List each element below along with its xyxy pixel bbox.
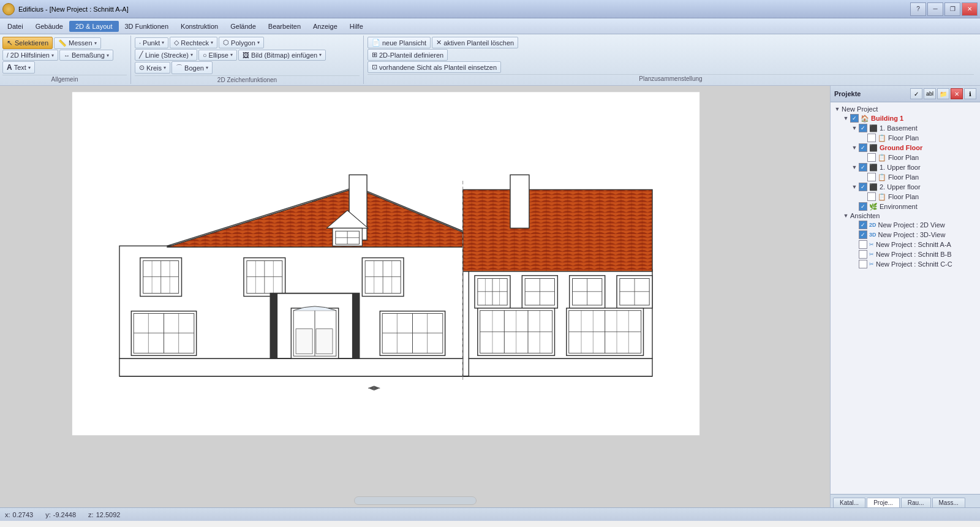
tree-item-schnitt-cc[interactable]: ✂ New Project : Schnitt C-C <box>850 259 978 269</box>
bemassung-button[interactable]: ↔ Bemaßung ▾ <box>59 50 113 61</box>
restore-button[interactable]: ❐ <box>944 2 960 16</box>
text-icon: A <box>7 63 12 72</box>
tree-checkbox[interactable]: ✓ <box>859 124 867 132</box>
cursor-icon: ↖ <box>7 39 13 47</box>
tree-item-upper2-fp[interactable]: 📋 Floor Plan <box>859 192 978 202</box>
tree-item-schnitt-bb[interactable]: ✂ New Project : Schnitt B-B <box>850 249 978 259</box>
tree-item-upper2[interactable]: ▼ ✓ ⬛ 2. Upper floor <box>850 182 978 192</box>
tree-item-schnitt-aa[interactable]: ✂ New Project : Schnitt A-A <box>850 240 978 249</box>
tree-checkbox[interactable] <box>859 260 867 268</box>
tree-checkbox[interactable]: ✓ <box>859 202 867 211</box>
panel-abl-button[interactable]: abl <box>924 88 936 99</box>
vorhandene-sicht-button[interactable]: ⊡ vorhandene Sicht als Planteil einsetze… <box>368 61 501 73</box>
tree-checkbox[interactable]: ✓ <box>850 114 859 123</box>
point-icon: · <box>139 39 141 47</box>
menubar: Datei Gebäude 2D & Layout 3D Funktionen … <box>0 18 980 34</box>
tab-raume[interactable]: Rau... <box>901 498 931 507</box>
svg-rect-16 <box>510 175 529 228</box>
menu-hilfe[interactable]: Hilfe <box>344 21 369 32</box>
tree-checkbox[interactable]: ✓ <box>859 183 867 191</box>
punkt-button[interactable]: · Punkt ▾ <box>135 37 168 48</box>
hilfslinien-arrow: ▾ <box>51 53 54 58</box>
planteil-loeschen-button[interactable]: ✕ aktiven Planteil löschen <box>432 37 518 48</box>
2d-planteil-button[interactable]: ⊞ 2D-Planteil definieren <box>368 49 448 61</box>
menu-3d-funktionen[interactable]: 3D Funktionen <box>119 21 175 32</box>
svg-rect-70 <box>296 329 312 354</box>
tree-checkbox[interactable] <box>867 173 876 181</box>
menu-gelaende[interactable]: Gelände <box>224 21 262 32</box>
panel-info-button[interactable]: ℹ <box>964 88 976 99</box>
tree-item-view-2d[interactable]: ✓ 2D New Project : 2D View <box>850 220 978 230</box>
canvas-area[interactable] <box>0 86 830 507</box>
tree-checkbox[interactable] <box>867 192 876 201</box>
tab-masse[interactable]: Mass... <box>932 498 965 507</box>
floor-icon: ⬛ <box>869 124 878 132</box>
minimize-button[interactable]: ─ <box>927 2 943 16</box>
tree-checkbox[interactable]: ✓ <box>859 221 867 229</box>
tree-label: New Project : 3D-View <box>878 231 946 238</box>
status-z: z: 12.5092 <box>88 511 120 518</box>
svg-rect-2 <box>119 358 463 376</box>
tree-label: New Project : 2D View <box>878 221 945 229</box>
selektieren-button[interactable]: ↖ Selektieren <box>2 37 53 49</box>
panel-check-button[interactable]: ✓ <box>910 88 922 99</box>
menu-konstruktion[interactable]: Konstruktion <box>175 21 224 32</box>
status-x: x: 0.2743 <box>5 511 33 518</box>
ellipse-icon: ○ <box>203 51 207 59</box>
tree-item-basement-fp[interactable]: 📋 Floor Plan <box>859 133 978 143</box>
x-value: 0.2743 <box>13 511 34 518</box>
menu-bearbeiten[interactable]: Bearbeiten <box>262 21 307 32</box>
horizontal-scrollbar[interactable] <box>354 496 477 505</box>
panel-delete-button[interactable]: ✕ <box>951 88 963 99</box>
tree-checkbox[interactable]: ✓ <box>859 163 867 172</box>
tree-label: Environment <box>880 203 918 210</box>
planzusammenstellung-label: Planzusammenstellung <box>368 74 974 83</box>
neue-plansicht-button[interactable]: 📄 neue Plansicht <box>368 37 431 48</box>
tree-toggle: ▼ <box>850 145 859 151</box>
tab-projekte[interactable]: Proje... <box>867 498 900 507</box>
tree-item-basement[interactable]: ▼ ✓ ⬛ 1. Basement <box>850 123 978 133</box>
close-button[interactable]: ✕ <box>962 2 978 16</box>
tree-checkbox[interactable] <box>867 134 876 142</box>
rect-icon: ◇ <box>174 39 179 47</box>
menu-anzeige[interactable]: Anzeige <box>307 21 344 32</box>
menu-datei[interactable]: Datei <box>1 21 29 32</box>
toolbar-plan-row1: 📄 neue Plansicht ✕ aktiven Planteil lösc… <box>368 37 974 48</box>
linie-button[interactable]: ╱ Linie (Strecke) ▾ <box>135 49 197 61</box>
arc-icon: ⌒ <box>176 63 183 72</box>
tree-item-environment[interactable]: ✓ 🌿 Environment <box>850 202 978 211</box>
tree-checkbox[interactable]: ✓ <box>859 143 867 152</box>
tree-checkbox[interactable]: ✓ <box>859 230 867 239</box>
y-label: y: <box>45 511 51 518</box>
tree-item-ansichten[interactable]: ▼ Ansichten <box>842 211 978 220</box>
kreis-button[interactable]: ⊙ Kreis ▾ <box>135 62 170 74</box>
tree-item-new-project[interactable]: ▼ New Project <box>833 105 978 113</box>
rechteck-button[interactable]: ◇ Rechteck ▾ <box>170 37 217 48</box>
titlebar-title: Edificius - [New Project : Schnitt A-A] <box>18 6 129 13</box>
tree-checkbox[interactable] <box>867 153 876 162</box>
ellipse-button[interactable]: ○ Ellipse ▾ <box>198 50 237 61</box>
polygon-button[interactable]: ⬡ Polygon ▾ <box>219 37 264 48</box>
bild-button[interactable]: 🖼 Bild (Bitmap) einfügen ▾ <box>238 50 326 61</box>
bogen-button[interactable]: ⌒ Bogen ▾ <box>172 61 213 74</box>
plan-icon: 📋 <box>878 193 886 201</box>
tree-item-view-3d[interactable]: ✓ 3D New Project : 3D-View <box>850 230 978 240</box>
menu-gebaeude[interactable]: Gebäude <box>29 21 69 32</box>
messen-button[interactable]: 📏 Messen ▾ <box>54 37 101 49</box>
help-button[interactable]: ? <box>910 2 926 16</box>
tree-checkbox[interactable] <box>859 250 867 259</box>
tree-item-building1[interactable]: ▼ ✓ 🏠 Building 1 <box>842 113 978 123</box>
tree-item-upper1-fp[interactable]: 📋 Floor Plan <box>859 172 978 182</box>
tree-item-upper1[interactable]: ▼ ✓ ⬛ 1. Upper floor <box>850 162 978 172</box>
tree-item-ground-fp[interactable]: 📋 Floor Plan <box>859 153 978 162</box>
menu-2d-layout[interactable]: 2D & Layout <box>69 21 119 32</box>
tree-checkbox[interactable] <box>859 240 867 249</box>
text-button[interactable]: A Text ▾ <box>2 61 35 74</box>
tree-item-ground-floor[interactable]: ▼ ✓ ⬛ Ground Floor <box>850 143 978 153</box>
panel-folder-button[interactable]: 📁 <box>937 88 949 99</box>
tree-label: New Project : Schnitt A-A <box>876 241 951 248</box>
floor-icon: ⬛ <box>869 144 878 152</box>
titlebar-left: Edificius - [New Project : Schnitt A-A] <box>2 3 129 15</box>
hilfslinien-button[interactable]: / 2D Hilfslinien ▾ <box>2 50 58 61</box>
tab-katalog[interactable]: Katal... <box>833 498 865 507</box>
